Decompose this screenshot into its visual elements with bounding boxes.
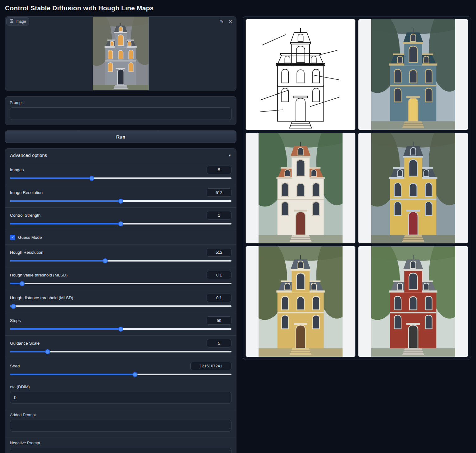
slider-value-hough-resolution[interactable]: 512 — [207, 248, 231, 257]
checkbox-label-guess-mode: Guess Mode — [18, 235, 42, 240]
prompt-label: Prompt — [10, 100, 232, 105]
slider-fill — [10, 177, 92, 179]
slider-steps: Steps50 — [5, 313, 236, 335]
slider-value-hough-distance-threshold-mlsd[interactable]: 0.1 — [207, 294, 231, 302]
slider-label-image-resolution: Image Resolution — [10, 190, 43, 195]
slider-track-hough-value-threshold-mlsd[interactable] — [10, 283, 231, 284]
slider-label-hough-distance-threshold-mlsd: Hough distance threshold (MLSD) — [10, 295, 73, 300]
slider-value-image-resolution[interactable]: 512 — [207, 188, 231, 197]
prompt-input[interactable] — [10, 107, 232, 120]
page-title: Control Stable Diffusion with Hough Line… — [5, 4, 471, 12]
slider-label-guidance-scale: Guidance Scale — [10, 341, 40, 346]
text-field-negative-prompt: Negative Prompt — [5, 437, 236, 453]
gallery-item-result-gold-house[interactable] — [245, 246, 356, 357]
slider-fill — [10, 223, 121, 224]
edit-image-button[interactable]: ✎ — [219, 19, 224, 25]
run-button[interactable]: Run — [5, 130, 236, 143]
image-label: Image — [16, 19, 26, 24]
slider-hough-resolution: Hough Resolution512 — [5, 244, 236, 267]
gallery-item-hough-line-map[interactable] — [245, 19, 356, 130]
slider-image-resolution: Image Resolution512 — [5, 185, 236, 207]
input-image-panel: Image ✎ ✕ — [5, 16, 236, 91]
slider-control-strength: Control Strength1 — [5, 207, 236, 230]
clear-image-button[interactable]: ✕ — [228, 19, 233, 25]
gallery-item-result-blue-house[interactable] — [358, 19, 468, 130]
slider-fill — [10, 351, 48, 352]
app-root: Control Stable Diffusion with Hough Line… — [0, 0, 476, 453]
slider-track-images[interactable] — [10, 177, 231, 179]
slider-images: Images5 — [5, 162, 236, 185]
slider-hough-value-threshold-mlsd: Hough value threshold (MLSD)0.1 — [5, 267, 236, 290]
advanced-options-header[interactable]: Advanced options ▼ — [5, 149, 236, 162]
slider-guidance-scale: Guidance Scale5 — [5, 335, 236, 358]
slider-value-control-strength[interactable]: 1 — [207, 211, 231, 219]
slider-value-seed[interactable]: 1215107241 — [190, 362, 231, 370]
image-icon — [10, 19, 14, 24]
slider-value-guidance-scale[interactable]: 5 — [207, 339, 231, 347]
slider-label-control-strength: Control Strength — [10, 213, 40, 218]
slider-fill — [10, 260, 105, 262]
slider-fill — [10, 328, 121, 330]
advanced-options-body: Images5Image Resolution512Control Streng… — [5, 162, 236, 453]
slider-value-steps[interactable]: 50 — [207, 316, 231, 325]
slider-track-seed[interactable] — [10, 374, 231, 375]
advanced-options-panel: Advanced options ▼ Images5Image Resoluti… — [5, 148, 236, 453]
output-gallery — [243, 16, 471, 360]
text-label-eta-ddim: eta (DDIM) — [10, 385, 231, 389]
slider-handle-hough-resolution[interactable] — [103, 258, 108, 263]
results-column — [243, 16, 471, 360]
slider-seed: Seed1215107241 — [5, 358, 236, 381]
slider-hough-distance-threshold-mlsd: Hough distance threshold (MLSD)0.1 — [5, 290, 236, 313]
slider-value-images[interactable]: 5 — [207, 166, 231, 174]
checkbox-row-guess-mode: ✓Guess Mode — [5, 230, 236, 244]
slider-value-hough-value-threshold-mlsd[interactable]: 0.1 — [207, 271, 231, 279]
checkbox-guess-mode[interactable]: ✓ — [10, 235, 15, 240]
gallery-item-result-white-house[interactable] — [245, 133, 356, 244]
text-input-eta-ddim[interactable] — [10, 392, 231, 403]
text-label-negative-prompt: Negative Prompt — [10, 441, 231, 445]
collapse-caret-icon: ▼ — [228, 153, 231, 157]
slider-label-hough-value-threshold-mlsd: Hough value threshold (MLSD) — [10, 273, 68, 277]
slider-label-hough-resolution: Hough Resolution — [10, 250, 43, 255]
controls-column: Image ✎ ✕ Prompt Run Advanced options ▼ … — [5, 16, 236, 453]
slider-handle-image-resolution[interactable] — [118, 199, 123, 204]
slider-track-hough-resolution[interactable] — [10, 260, 231, 262]
advanced-options-title: Advanced options — [10, 153, 47, 158]
slider-label-images: Images — [10, 168, 24, 172]
slider-handle-steps[interactable] — [118, 327, 123, 332]
text-label-added-prompt: Added Prompt — [10, 413, 231, 417]
prompt-panel: Prompt — [5, 96, 236, 125]
slider-handle-images[interactable] — [89, 176, 94, 181]
slider-fill — [10, 200, 121, 202]
slider-fill — [10, 374, 135, 375]
slider-handle-control-strength[interactable] — [118, 221, 123, 226]
text-field-eta-ddim: eta (DDIM) — [5, 381, 236, 409]
slider-handle-hough-distance-threshold-mlsd[interactable] — [11, 304, 16, 309]
main-columns: Image ✎ ✕ Prompt Run Advanced options ▼ … — [5, 16, 471, 453]
slider-track-hough-distance-threshold-mlsd[interactable] — [10, 305, 231, 307]
slider-label-steps: Steps — [10, 318, 21, 323]
slider-track-guidance-scale[interactable] — [10, 351, 231, 352]
slider-handle-seed[interactable] — [133, 372, 138, 377]
gallery-item-result-red-house[interactable] — [358, 246, 468, 357]
slider-label-seed: Seed — [10, 364, 20, 368]
text-field-added-prompt: Added Prompt — [5, 409, 236, 437]
slider-handle-hough-value-threshold-mlsd[interactable] — [20, 281, 25, 286]
slider-track-control-strength[interactable] — [10, 223, 231, 224]
slider-track-image-resolution[interactable] — [10, 200, 231, 202]
slider-track-steps[interactable] — [10, 328, 231, 330]
slider-handle-guidance-scale[interactable] — [45, 349, 50, 354]
gallery-item-result-mustard-house[interactable] — [358, 133, 468, 244]
image-label-badge: Image — [6, 17, 29, 26]
input-image[interactable] — [93, 17, 149, 90]
text-input-added-prompt[interactable] — [10, 420, 231, 432]
image-actions: ✎ ✕ — [219, 19, 233, 25]
text-input-negative-prompt[interactable] — [10, 448, 231, 453]
